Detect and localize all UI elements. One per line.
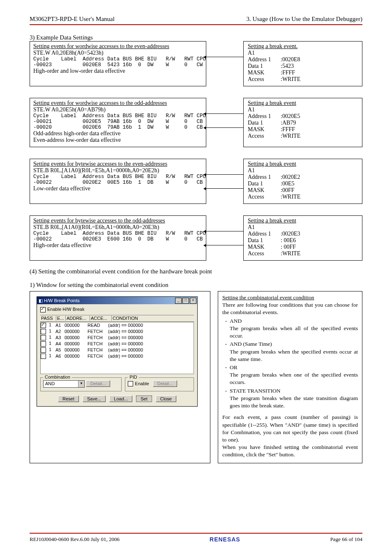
comb-detail-button[interactable]: Detail... <box>86 380 110 387</box>
break-event-title: Setting a break event. <box>248 43 358 50</box>
table-row[interactable]: 1A1000000READ(addr) == 000000 <box>41 322 194 328</box>
row-checkbox[interactable] <box>41 347 46 353</box>
example-left-note: Odd-address high-order data effective Ev… <box>33 130 203 143</box>
col-pass: PASS <box>40 316 56 321</box>
break-event-kv: Address 1:0020E3 <box>248 231 358 237</box>
chevron-down-icon: ▼ <box>78 381 84 387</box>
combination-group: Combination AND ▼ Detail... <box>40 377 122 391</box>
right-panel-foot2: When you have finished setting the combi… <box>222 444 358 458</box>
condition-desc: The program breaks when all of the speci… <box>230 325 358 340</box>
explanation-panel: Setting the combinatorial event conditio… <box>218 291 362 463</box>
break-event-kv: MASK:FFFF <box>248 126 358 133</box>
header-right: 3. Usage (How to Use the Emulator Debugg… <box>247 16 362 23</box>
col-e: E... <box>56 316 66 321</box>
break-event-title: Setting a break event <box>248 100 358 106</box>
table-row[interactable]: 1A3000000FETCH(addr) == 000000 <box>41 335 194 341</box>
section-3-title: 3) Example Data Settings <box>30 34 362 41</box>
events-table: PASS E... ADDRE... ACCE... CONDITION 1A1… <box>40 315 194 374</box>
row-checkbox[interactable] <box>41 341 46 347</box>
footer-left: REJ10J0040-0600 Rev.6.00 July 01, 2006 <box>30 536 120 543</box>
row-checkbox[interactable] <box>41 354 46 359</box>
subpara-1: 1) Window for setting the combinatorial … <box>30 282 362 289</box>
example-left-title: Setting events for bytewise accesses to … <box>33 161 203 167</box>
break-event-kv: Data 1:AB79 <box>248 120 358 126</box>
example-left-sub: STE.W A0,20E5h(A0=AB79h) <box>33 106 203 113</box>
condition-item: -AND (Same Time) <box>222 340 358 348</box>
row-checkbox[interactable] <box>41 335 46 340</box>
example-trace: Cycle Label Address Data BUS BHE BIU R/W… <box>33 231 203 242</box>
break-event-kv: Access:WRITE <box>248 194 358 200</box>
col-addr: ADDRE... <box>66 316 90 321</box>
right-panel-foot1: For each event, a pass count (number of … <box>222 414 358 444</box>
break-event-kv: Access:WRITE <box>248 250 358 257</box>
example-left-sub: STE.B R0L,[A1A0](R0L=E5h,A1=0000h,A0=20E… <box>33 167 203 174</box>
break-event-kv: MASK:FFFF <box>248 69 358 76</box>
combination-select[interactable]: AND ▼ <box>43 380 85 388</box>
table-row[interactable]: 1A6000000FETCH(addr) == 000000 <box>41 353 194 359</box>
screenshot-panel: ◧ H/W Break Points _ □ × Enable H/W Brea… <box>30 291 210 463</box>
example-trace: Cycle Label Address Data BUS BHE BIU R/W… <box>33 56 203 68</box>
table-row[interactable]: 1A5000000FETCH(addr) == 000000 <box>41 347 194 353</box>
pid-enable-checkbox[interactable]: Enable <box>128 381 149 386</box>
break-event-kv: Access:WRITE <box>248 76 358 83</box>
example-left-title: Setting events for wordwise accesses to … <box>33 100 203 106</box>
condition-item: -STATE TRANSITION <box>222 387 358 395</box>
right-panel-title: Setting the combinatorial event conditio… <box>222 294 358 301</box>
example-left-note: High-order data effective <box>33 242 203 249</box>
example-trace: Cycle Label Address Data BUS BHE BIU R/W… <box>33 113 203 130</box>
col-cond: CONDITION <box>112 316 162 321</box>
row-checkbox[interactable] <box>41 323 46 328</box>
renesas-logo: RENESAS <box>210 536 240 543</box>
break-event-kv: A1 <box>248 106 358 113</box>
save-button[interactable]: Save... <box>83 395 106 402</box>
close-button[interactable]: Close <box>156 395 176 402</box>
enable-hw-break-checkbox[interactable]: Enable H/W Break <box>40 307 194 312</box>
maximize-icon[interactable]: □ <box>182 298 189 304</box>
condition-desc: The program breaks when the state transi… <box>230 395 358 409</box>
break-event-kv: A1 <box>248 224 358 231</box>
break-event-kv: MASK: 00FF <box>248 244 358 250</box>
break-event-kv: Data 1: 00E6 <box>248 237 358 244</box>
pid-group: PID Enable Detail... <box>125 377 194 391</box>
minimize-icon[interactable]: _ <box>175 298 182 304</box>
table-row[interactable]: 1A2000000FETCH(addr) == 000000 <box>41 328 194 335</box>
right-panel-intro: There are following four conditions that… <box>222 301 358 316</box>
condition-desc: The program breaks when one of the speci… <box>230 371 358 386</box>
col-acc: ACCE... <box>90 316 112 321</box>
example-left-3: Setting events for bytewise accesses to … <box>30 215 206 261</box>
break-event-kv: Address 1:0020E8 <box>248 56 358 63</box>
pid-detail-button[interactable]: Detail... <box>153 380 177 387</box>
condition-item: -OR <box>222 364 358 371</box>
table-row[interactable]: 1A4000000FETCH(addr) == 000000 <box>41 341 194 347</box>
example-trace: Cycle Label Address Data BUS BHE BIU R/W… <box>33 174 203 185</box>
row-checkbox[interactable] <box>41 329 46 334</box>
set-button[interactable]: Set <box>136 395 152 402</box>
footer-right: Page 66 of 104 <box>330 536 362 543</box>
example-right-3: Setting a break eventA1Address 1:0020E3D… <box>243 215 362 261</box>
break-event-kv: Access:WRITE <box>248 133 358 139</box>
load-button[interactable]: Load... <box>109 395 132 402</box>
example-left-title: Setting events for bytewise accesses to … <box>33 217 203 224</box>
dialog-titlebar: ◧ H/W Break Points _ □ × <box>37 297 197 304</box>
reset-button[interactable]: Reset <box>58 395 79 402</box>
example-left-2: Setting events for bytewise accesses to … <box>30 159 206 204</box>
para-4: (4) Setting the combinatorial event cond… <box>30 268 362 275</box>
header-left: M3062PT3-RPD-E User's Manual <box>30 16 115 23</box>
example-left-note: Low-order data effective <box>33 185 203 192</box>
example-left-sub: STE.B R0L,[A1A0](R0L=E6h,A1=0000h,A0=20E… <box>33 224 203 231</box>
example-left-title: Setting events for wordwise accesses to … <box>33 43 203 50</box>
break-event-title: Setting a break event <box>248 161 358 167</box>
break-event-kv: Address 1:0020E2 <box>248 174 358 180</box>
example-right-1: Setting a break eventA1Address 1:0020E5D… <box>243 98 362 147</box>
break-event-kv: Data 1:5423 <box>248 63 358 69</box>
break-event-kv: MASK:00FF <box>248 187 358 194</box>
example-left-sub: STE.W A0,20E8h(A0=5423h) <box>33 50 203 56</box>
example-right-0: Setting a break event.A1Address 1:0020E8… <box>243 41 362 86</box>
example-right-2: Setting a break eventA1Address 1:0020E2D… <box>243 159 362 204</box>
break-event-kv: A1 <box>248 50 358 56</box>
condition-item: -AND <box>222 317 358 325</box>
dialog-title: H/W Break Points <box>44 298 80 303</box>
close-icon[interactable]: × <box>190 298 196 304</box>
example-left-note: High-order and low-order data effective <box>33 68 203 74</box>
break-event-kv: A1 <box>248 167 358 174</box>
